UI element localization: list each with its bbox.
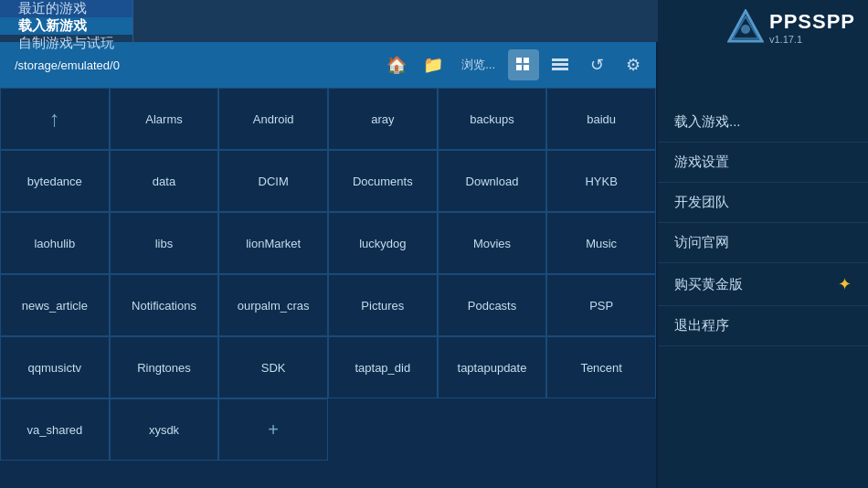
file-cell-documents[interactable]: Documents [328, 150, 438, 212]
sidebar-item-label: 开发团队 [674, 194, 729, 211]
browse-button[interactable]: 浏览... [454, 49, 503, 80]
file-cell-baidu[interactable]: baidu [546, 88, 656, 150]
file-cell-backups[interactable]: backups [438, 88, 547, 150]
file-cell-tencent[interactable]: Tencent [546, 336, 656, 398]
file-panel: /storage/emulated/0 🏠 📁 浏览... [0, 42, 658, 488]
grid-view-button[interactable] [508, 49, 539, 80]
file-cell-hykb[interactable]: HYKB [546, 150, 656, 212]
settings-button[interactable]: ⚙ [618, 49, 649, 80]
svg-rect-8 [552, 63, 568, 66]
list-view-button[interactable] [545, 49, 576, 80]
file-grid: ↑AlarmsAndroidaraybackupsbaidubytedanced… [0, 88, 656, 488]
file-cell-va_shared[interactable]: va_shared [0, 398, 110, 461]
file-cell-taptap_did[interactable]: taptap_did [328, 336, 438, 398]
sidebar-item-exit[interactable]: 退出程序 [658, 306, 868, 346]
file-cell-up[interactable]: ↑ [0, 88, 110, 150]
file-cell-pictures[interactable]: Pictures [328, 274, 438, 336]
sidebar-item-game-settings[interactable]: 游戏设置 [658, 143, 868, 183]
file-cell-lionmarket[interactable]: lionMarket [218, 212, 328, 274]
sidebar-item-buy-gold[interactable]: 购买黄金版✦ [658, 263, 868, 306]
svg-rect-6 [524, 65, 529, 70]
svg-rect-7 [552, 58, 568, 61]
sidebar-item-dev-team[interactable]: 开发团队 [658, 183, 868, 223]
top-nav: 最近的游戏载入新游戏自制游戏与试玩 PPSSPP v1.17.1 [0, 0, 868, 42]
sidebar-item-label: 游戏设置 [674, 154, 729, 171]
svg-point-2 [741, 25, 750, 34]
nav-tab-load[interactable]: 载入新游戏 [0, 17, 133, 35]
nav-tabs: 最近的游戏载入新游戏自制游戏与试玩 [0, 0, 133, 42]
grid-icon [515, 57, 532, 73]
svg-rect-3 [516, 58, 522, 63]
file-cell-plus[interactable]: + [218, 398, 328, 461]
file-cell-luckydog[interactable]: luckydog [328, 212, 438, 274]
sidebar-menu: 载入游戏...游戏设置开发团队访问官网购买黄金版✦退出程序 [658, 97, 868, 352]
file-cell-data[interactable]: data [110, 150, 219, 212]
file-cell-sdk[interactable]: SDK [218, 336, 328, 398]
file-cell-music[interactable]: Music [546, 212, 656, 274]
file-cell-laohulib[interactable]: laohulib [0, 212, 110, 274]
ppsspp-logo-icon [727, 9, 764, 46]
file-cell-alarms[interactable]: Alarms [110, 88, 219, 150]
file-cell-news_article[interactable]: news_article [0, 274, 110, 336]
file-cell-qqmusictv[interactable]: qqmusictv [0, 336, 110, 398]
file-cell-download[interactable]: Download [438, 150, 547, 212]
sidebar-item-load-game[interactable]: 载入游戏... [658, 102, 868, 143]
svg-rect-9 [552, 68, 568, 70]
sidebar-item-label: 载入游戏... [674, 113, 741, 131]
star-icon: ✦ [838, 274, 852, 294]
file-cell-ringtones[interactable]: Ringtones [110, 336, 219, 398]
file-cell-dcim[interactable]: DCIM [218, 150, 328, 212]
file-cell-movies[interactable]: Movies [438, 212, 547, 274]
file-cell-psp[interactable]: PSP [546, 274, 656, 336]
nav-tab-recent[interactable]: 最近的游戏 [0, 0, 133, 17]
file-cell-taptapupdate[interactable]: taptapupdate [438, 336, 547, 398]
home-button[interactable]: 🏠 [381, 49, 412, 80]
sidebar-item-official-site[interactable]: 访问官网 [658, 223, 868, 263]
ppsspp-brand: PPSSPP v1.17.1 [769, 10, 855, 45]
nav-tab-homebrew[interactable]: 自制游戏与试玩 [0, 35, 133, 52]
file-cell-podcasts[interactable]: Podcasts [438, 274, 547, 336]
file-grid-inner: ↑AlarmsAndroidaraybackupsbaidubytedanced… [0, 88, 656, 461]
folder-button[interactable]: 📁 [418, 49, 449, 80]
file-cell-ourpalm_cras[interactable]: ourpalm_cras [218, 274, 328, 336]
sidebar-item-label: 访问官网 [674, 234, 729, 251]
svg-rect-4 [524, 58, 529, 63]
ppsspp-version: v1.17.1 [769, 34, 802, 45]
file-cell-aray[interactable]: aray [328, 88, 438, 150]
ppsspp-name: PPSSPP [769, 10, 855, 34]
sidebar-item-label: 退出程序 [674, 317, 729, 334]
file-cell-notifications[interactable]: Notifications [110, 274, 219, 336]
sidebar-item-label: 购买黄金版 [674, 276, 743, 293]
right-sidebar: 载入游戏...游戏设置开发团队访问官网购买黄金版✦退出程序 [658, 42, 868, 488]
svg-rect-5 [516, 65, 522, 70]
address-path: /storage/emulated/0 [7, 55, 376, 76]
list-icon [552, 58, 568, 71]
refresh-button[interactable]: ↺ [581, 49, 612, 80]
main-area: /storage/emulated/0 🏠 📁 浏览... [0, 42, 868, 488]
file-cell-android[interactable]: Android [218, 88, 328, 150]
file-cell-xysdk[interactable]: xysdk [110, 398, 219, 461]
app-header: PPSSPP v1.17.1 [658, 0, 868, 55]
file-cell-libs[interactable]: libs [110, 212, 219, 274]
file-cell-bytedance[interactable]: bytedance [0, 150, 110, 212]
